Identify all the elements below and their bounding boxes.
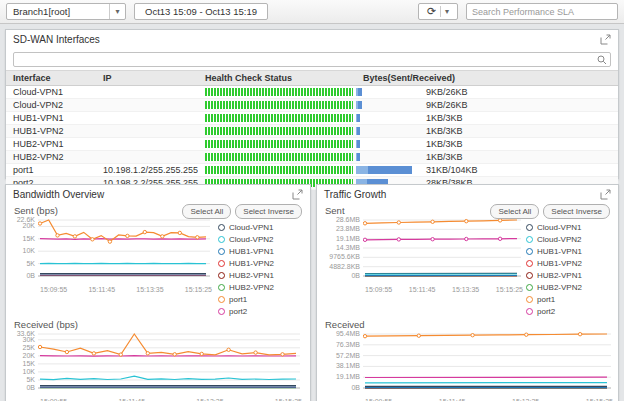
chevron-down-icon: ▾ [109, 4, 125, 19]
select-all-button[interactable]: Select All [182, 204, 231, 219]
x-axis-labels: 15:09:5515:11:4515:13:3515:15:25 [38, 285, 214, 293]
legend-label: port1 [537, 295, 555, 304]
legend-item-HUB2-VPN1[interactable]: HUB2-VPN1 [218, 269, 304, 281]
interface-name: port1 [6, 165, 96, 175]
series-marker-icon [218, 272, 225, 279]
interfaces-filter-input[interactable] [13, 52, 611, 67]
legend-item-HUB2-VPN2[interactable]: HUB2-VPN2 [218, 281, 304, 293]
bandwidth-sent-chart [38, 217, 214, 285]
bytes-bar [356, 127, 360, 135]
sent-label: Sent (bps) [14, 205, 58, 216]
table-row[interactable]: HUB1-VPN1 1KB/3KB [6, 112, 618, 125]
legend-label: port1 [229, 295, 247, 304]
series-marker-icon [526, 272, 533, 279]
legend-item-HUB1-VPN2[interactable]: HUB1-VPN2 [526, 257, 612, 269]
select-inverse-button[interactable]: Select Inverse [235, 204, 302, 219]
legend-item-Cloud-VPN2[interactable]: Cloud-VPN2 [218, 233, 304, 245]
search-input[interactable] [466, 3, 618, 20]
legend-item-HUB2-VPN1[interactable]: HUB2-VPN1 [526, 269, 612, 281]
legend-label: HUB1-VPN2 [537, 259, 582, 268]
series-marker-icon [218, 248, 225, 255]
table-row[interactable]: HUB2-VPN1 1KB/3KB [6, 138, 618, 151]
interface-name: Cloud-VPN1 [6, 87, 96, 97]
series-marker-icon [526, 224, 533, 231]
device-selector[interactable]: Branch1[root] ▾ [6, 3, 126, 20]
series-marker-icon [526, 260, 533, 267]
table-row[interactable]: Cloud-VPN1 9KB/26KB [6, 86, 618, 99]
series-marker-icon [526, 296, 533, 303]
bytes-bar [356, 140, 360, 148]
series-marker-icon [526, 248, 533, 255]
col-bytes[interactable]: Bytes(Sent/Received) [356, 73, 618, 83]
legend-label: HUB1-VPN2 [229, 259, 274, 268]
col-health[interactable]: Health Check Status [198, 73, 356, 83]
sdwan-interfaces-panel: SD-WAN Interfaces Interface IP Health Ch… [5, 29, 619, 179]
legend-item-HUB2-VPN2[interactable]: HUB2-VPN2 [526, 281, 612, 293]
legend-label: HUB2-VPN2 [537, 283, 582, 292]
interface-ip: 10.198.1.2/255.255.255.248 [96, 165, 198, 175]
table-header: Interface IP Health Check Status Bytes(S… [6, 70, 618, 86]
traffic-growth-panel: Traffic Growth Sent Select All Select In… [316, 184, 619, 401]
y-axis-labels: 28.6MB23.8MB19.1MB14.3MB9765.6KB4882.8KB… [321, 217, 363, 281]
expand-icon[interactable] [600, 34, 611, 45]
interface-name: HUB1-VPN2 [6, 126, 96, 136]
table-row[interactable]: Cloud-VPN2 9KB/26KB [6, 99, 618, 112]
series-marker-icon [218, 236, 225, 243]
legend-item-HUB1-VPN2[interactable]: HUB1-VPN2 [218, 257, 304, 269]
legend-label: port2 [537, 307, 555, 316]
y-axis-labels: 95.4MB76.3MB57.2MB38.1MB19.1MB0B [321, 331, 363, 393]
legend-item-port1[interactable]: port1 [526, 293, 612, 305]
legend-item-port2[interactable]: port2 [526, 305, 612, 317]
health-check-bar [205, 127, 353, 135]
bandwidth-received-chart [38, 331, 304, 397]
received-label: Received (bps) [14, 319, 78, 330]
y-axis-labels: 33.6K30K25K20K15K10K5K0B [10, 331, 38, 393]
y-axis-labels: 22.6K20K15K10K5K0B [10, 217, 38, 281]
bytes-value: 31KB/104KB [426, 165, 478, 175]
legend-label: port2 [229, 307, 247, 316]
device-selector-value: Branch1[root] [13, 6, 70, 17]
x-axis-labels: 15:09:5515:11:4515:13:3515:15:25 [363, 397, 615, 401]
bytes-bar [356, 88, 362, 96]
legend-label: Cloud-VPN2 [537, 235, 581, 244]
series-marker-icon [218, 296, 225, 303]
legend-item-Cloud-VPN2[interactable]: Cloud-VPN2 [526, 233, 612, 245]
series-marker-icon [526, 284, 533, 291]
health-check-bar [205, 153, 353, 161]
table-row[interactable]: port1 10.198.1.2/255.255.255.248 31KB/10… [6, 164, 618, 177]
bytes-value: 1KB/3KB [426, 152, 463, 162]
health-check-bar [205, 166, 353, 174]
col-ip[interactable]: IP [96, 73, 198, 83]
bytes-bar [356, 101, 362, 109]
expand-icon[interactable] [600, 189, 611, 200]
legend-item-Cloud-VPN1[interactable]: Cloud-VPN1 [218, 221, 304, 233]
legend-item-port2[interactable]: port2 [218, 305, 304, 317]
health-check-bar [205, 88, 353, 96]
legend-label: HUB1-VPN1 [537, 247, 582, 256]
chevron-down-icon: ▾ [445, 7, 449, 16]
search-icon [597, 51, 607, 69]
select-all-button[interactable]: Select All [490, 204, 539, 219]
table-row[interactable]: HUB1-VPN2 1KB/3KB [6, 125, 618, 138]
legend-item-HUB1-VPN1[interactable]: HUB1-VPN1 [526, 245, 612, 257]
bytes-bar [356, 166, 412, 174]
select-inverse-button[interactable]: Select Inverse [543, 204, 610, 219]
bytes-value: 1KB/3KB [426, 139, 463, 149]
received-label: Received [325, 319, 365, 330]
time-range-button[interactable]: Oct13 15:09 - Oct13 15:19 [134, 3, 268, 20]
sent-label: Sent [325, 205, 345, 216]
bandwidth-overview-panel: Bandwidth Overview Sent (bps) Select All… [5, 184, 311, 401]
table-row[interactable]: HUB2-VPN2 1KB/3KB [6, 151, 618, 164]
expand-icon[interactable] [292, 189, 303, 200]
series-marker-icon [218, 260, 225, 267]
legend-item-Cloud-VPN1[interactable]: Cloud-VPN1 [526, 221, 612, 233]
series-marker-icon [526, 236, 533, 243]
health-check-bar [205, 140, 353, 148]
series-marker-icon [218, 224, 225, 231]
col-interface[interactable]: Interface [6, 73, 96, 83]
traffic-sent-chart [363, 217, 525, 285]
legend-item-HUB1-VPN1[interactable]: HUB1-VPN1 [218, 245, 304, 257]
legend-label: Cloud-VPN1 [537, 223, 581, 232]
refresh-button[interactable]: ⟳ ▾ [418, 3, 458, 20]
legend-item-port1[interactable]: port1 [218, 293, 304, 305]
